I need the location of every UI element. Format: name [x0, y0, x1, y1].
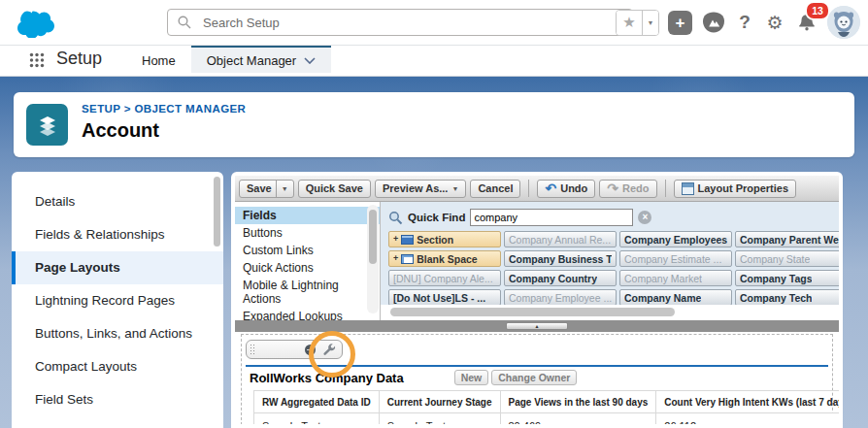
- field-chip[interactable]: Company Business Tag: [504, 250, 617, 267]
- sidebar-item-field-sets[interactable]: Field Sets: [12, 383, 223, 416]
- search-input[interactable]: [201, 15, 622, 31]
- field-chip[interactable]: Company Country: [504, 270, 617, 286]
- breadcrumb[interactable]: SETUP > OBJECT MANAGER: [82, 103, 246, 115]
- chip-row: [DNU] Company Ale... Company Country Com…: [388, 270, 839, 286]
- global-actions-plus-icon[interactable]: +: [668, 11, 692, 35]
- palette-category-custom-links[interactable]: Custom Links: [235, 242, 380, 259]
- splitter-collapse-handle[interactable]: ▲: [506, 322, 568, 330]
- quick-find-clear-icon[interactable]: ×: [638, 211, 651, 224]
- tab-home-label: Home: [142, 53, 176, 68]
- cancel-button[interactable]: Cancel: [470, 180, 520, 198]
- avatar-astro-icon: [827, 6, 860, 39]
- sidebar-item-buttons-links-actions[interactable]: Buttons, Links, and Actions: [12, 317, 223, 350]
- field-chip-blank-space[interactable]: + Blank Space: [388, 250, 501, 267]
- preview-as-button[interactable]: Preview As... ▼: [375, 180, 466, 198]
- field-chip[interactable]: Company Market: [619, 270, 732, 286]
- tab-object-manager[interactable]: Object Manager: [191, 45, 332, 73]
- save-button[interactable]: Save ▼: [239, 180, 294, 198]
- trailhead-icon[interactable]: [701, 11, 726, 34]
- drag-handle-icon[interactable]: [250, 344, 254, 355]
- related-list-header: RollWorks Company Data New Change Owner: [246, 370, 828, 385]
- header-actions: ★ ▼ + ? ⚙ 13: [616, 0, 860, 45]
- field-chip[interactable]: Company State: [735, 250, 839, 267]
- palette-category-expanded-lookups[interactable]: Expanded Lookups: [235, 308, 380, 320]
- salesforce-logo[interactable]: [14, 7, 60, 38]
- app-name-label: Setup: [56, 49, 102, 69]
- sidebar-item-details[interactable]: Details: [12, 185, 223, 218]
- related-list-title: RollWorks Company Data: [250, 371, 404, 385]
- sidebar-item-fields-relationships[interactable]: Fields & Relationships: [12, 218, 223, 251]
- undo-button[interactable]: ↶ Undo: [537, 180, 595, 198]
- quick-find-input[interactable]: [470, 209, 633, 226]
- fields-hscrollbar-thumb[interactable]: [390, 308, 675, 316]
- tab-home[interactable]: Home: [126, 45, 191, 76]
- quick-find-magnifier-icon: [388, 211, 403, 225]
- quick-find-row: Quick Find ×: [388, 207, 839, 228]
- page-layout-editor-card: Save ▼ Quick Save Preview As... ▼ Cancel…: [231, 172, 843, 428]
- chip-label: Company Tags: [740, 273, 812, 284]
- chip-label: [Do Not Use]LS - ...: [393, 292, 485, 304]
- related-list-properties-wrench-icon[interactable]: [322, 343, 336, 356]
- chip-label: Company Parent We...: [740, 234, 839, 246]
- object-header-card: SETUP > OBJECT MANAGER Account: [14, 92, 854, 157]
- fields-hscrollbar-track[interactable]: [381, 305, 839, 320]
- section-icon: [401, 235, 414, 245]
- trailhead-mountain-icon: [701, 11, 726, 34]
- new-button[interactable]: New: [454, 370, 489, 385]
- related-list-handle-chip[interactable]: [246, 340, 343, 359]
- favorites-caret-icon[interactable]: ▼: [642, 11, 658, 35]
- favorites-star-icon[interactable]: ★: [617, 11, 642, 35]
- palette-category-buttons[interactable]: Buttons: [235, 224, 380, 242]
- related-list-drop-zone: RollWorks Company Data New Change Owner: [241, 334, 833, 424]
- tab-object-manager-label: Object Manager: [207, 53, 297, 68]
- editor-splitter[interactable]: ▲: [235, 320, 839, 332]
- setup-tabs: Home Object Manager: [126, 45, 331, 76]
- field-chip-section[interactable]: + Section: [388, 231, 501, 247]
- chip-label: Company State: [740, 253, 810, 265]
- palette-category-list: Fields Buttons Custom Links Quick Action…: [235, 202, 381, 320]
- field-chip[interactable]: Company Employee ...: [504, 289, 617, 306]
- chip-label: Company Annual Re...: [509, 234, 611, 246]
- field-chip[interactable]: Company Tech: [735, 289, 839, 306]
- chip-row: [Do Not Use]LS - ... Company Employee ..…: [388, 289, 839, 306]
- quick-save-button[interactable]: Quick Save: [298, 180, 371, 198]
- plus-glyph: +: [393, 235, 398, 244]
- sidebar-item-lightning-record-pages[interactable]: Lightning Record Pages: [12, 284, 223, 317]
- layout-properties-button[interactable]: Layout Properties: [674, 180, 797, 198]
- layout-properties-icon: [682, 182, 694, 195]
- undo-label: Undo: [560, 182, 587, 194]
- sidebar-item-compact-layouts[interactable]: Compact Layouts: [12, 350, 223, 383]
- object-manager-sidebar: Details Fields & Relationships Page Layo…: [12, 172, 223, 428]
- save-caret-icon[interactable]: ▼: [276, 181, 293, 197]
- change-owner-button[interactable]: Change Owner: [491, 370, 577, 385]
- table-cell: Sample Text: [254, 413, 380, 425]
- help-icon[interactable]: ?: [735, 12, 754, 33]
- palette-category-mobile-lightning-actions[interactable]: Mobile & Lightning Actions: [235, 277, 353, 308]
- field-chip[interactable]: Company Estimate ...: [619, 250, 732, 267]
- palette-region: Fields Buttons Custom Links Quick Action…: [235, 202, 839, 320]
- column-header: Current Journey Stage: [379, 391, 500, 413]
- palette-category-quick-actions[interactable]: Quick Actions: [235, 259, 380, 277]
- field-chip[interactable]: [Do Not Use]LS - ...: [388, 289, 501, 306]
- palette-scrollbar-thumb[interactable]: [369, 210, 377, 264]
- chip-label: Section: [417, 234, 453, 246]
- redo-icon: ↷: [607, 181, 618, 195]
- sidebar-item-page-layouts[interactable]: Page Layouts: [12, 251, 223, 284]
- redo-button[interactable]: ↷ Redo: [599, 180, 656, 198]
- chevron-down-icon: [304, 57, 316, 64]
- chip-row: + Blank Space Company Business Tag Compa…: [388, 250, 839, 267]
- field-chip[interactable]: [DNU] Company Ale...: [388, 270, 501, 286]
- user-avatar[interactable]: [827, 6, 860, 39]
- field-chip[interactable]: Company Annual Re...: [504, 231, 617, 247]
- field-chip[interactable]: Company Parent We...: [735, 231, 839, 247]
- sidebar-scrollbar-thumb[interactable]: [214, 177, 220, 247]
- field-chip[interactable]: Company Name: [619, 289, 732, 306]
- remove-icon[interactable]: [305, 345, 316, 355]
- chip-label: Company Estimate ...: [624, 253, 721, 265]
- app-launcher-waffle-icon[interactable]: [29, 52, 45, 68]
- setup-gear-icon[interactable]: ⚙: [763, 12, 786, 34]
- palette-category-fields[interactable]: Fields: [235, 207, 380, 224]
- field-chip[interactable]: Company Tags: [735, 270, 839, 286]
- field-chip[interactable]: Company Employees: [619, 231, 732, 247]
- layers-icon: [36, 114, 59, 137]
